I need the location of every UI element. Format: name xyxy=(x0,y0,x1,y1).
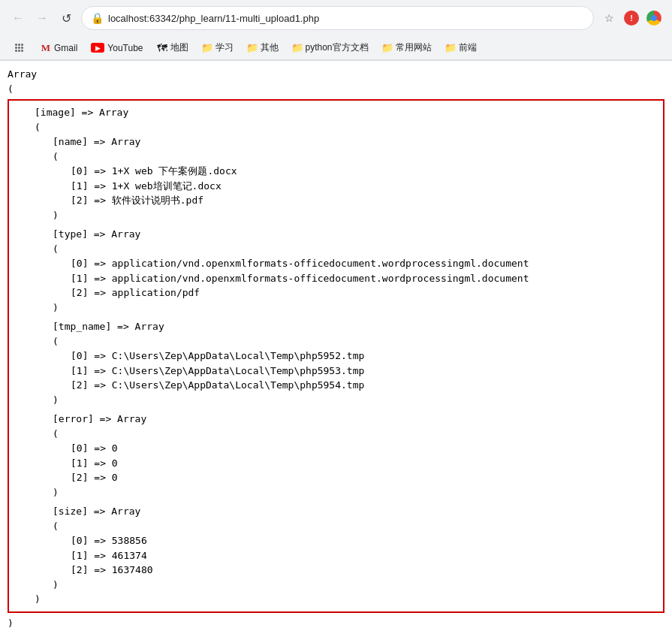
error-key: [error] => Array xyxy=(53,412,655,427)
error-open: ( xyxy=(53,427,655,442)
chrome-menu-button[interactable] xyxy=(643,8,664,29)
other-label: 其他 xyxy=(261,41,279,54)
maps-label: 地图 xyxy=(170,41,188,54)
page-content: Array ( [image] => Array ( [name] => Arr… xyxy=(0,61,672,636)
name-item-0: [0] => 1+X web 下午案例题.docx xyxy=(71,164,655,179)
bookmark-apps[interactable] xyxy=(8,41,33,56)
image-close: ) xyxy=(35,592,655,607)
tmpname-item-1: [1] => C:\Users\Zep\AppData\Local\Temp\p… xyxy=(71,364,655,379)
youtube-label: YouTube xyxy=(107,43,143,53)
bookmark-common[interactable]: 📁 常用网站 xyxy=(376,39,438,56)
bookmark-study[interactable]: 📁 学习 xyxy=(196,39,240,56)
image-array-container: [image] => Array ( [name] => Array ( [0]… xyxy=(8,99,664,613)
tmpname-close: ) xyxy=(53,393,655,408)
tmpname-open: ( xyxy=(53,334,655,349)
other-folder-icon: 📁 xyxy=(247,43,258,53)
type-item-1: [1] => application/vnd.openxmlformats-of… xyxy=(71,271,655,286)
image-open: ( xyxy=(35,120,655,135)
frontend-folder-icon: 📁 xyxy=(445,43,456,53)
name-key: [name] => Array xyxy=(53,134,655,149)
bookmark-maps[interactable]: 🗺 地图 xyxy=(151,39,194,56)
type-close: ) xyxy=(53,300,655,315)
maps-icon: 🗺 xyxy=(157,43,167,53)
root-array-close: ) xyxy=(8,616,664,631)
error-item-2: [2] => 0 xyxy=(71,470,655,485)
bookmark-youtube[interactable]: ▶ YouTube xyxy=(85,41,149,56)
image-key: [image] => Array xyxy=(35,105,655,120)
python-label: python官方文档 xyxy=(306,41,369,54)
youtube-icon: ▶ xyxy=(91,43,104,53)
name-open: ( xyxy=(53,149,655,165)
type-open: ( xyxy=(53,242,655,257)
extension-red-button[interactable]: ! xyxy=(621,8,642,29)
lock-icon: 🔒 xyxy=(91,12,104,24)
bookmark-other[interactable]: 📁 其他 xyxy=(241,39,285,56)
common-label: 常用网站 xyxy=(396,41,432,54)
extension-red-icon: ! xyxy=(624,11,639,26)
root-array-label: Array xyxy=(8,67,664,82)
chrome-icon xyxy=(646,11,661,26)
star-button[interactable]: ☆ xyxy=(598,8,619,29)
forward-button[interactable]: → xyxy=(32,8,53,29)
tmpname-item-2: [2] => C:\Users\Zep\AppData\Local\Temp\p… xyxy=(71,378,655,393)
study-label: 学习 xyxy=(215,41,234,54)
back-button[interactable]: ← xyxy=(8,8,29,29)
size-key: [size] => Array xyxy=(53,504,655,519)
nav-buttons: ← → ↺ xyxy=(8,8,77,29)
bookmarks-bar: M Gmail ▶ YouTube 🗺 地图 📁 学习 📁 其他 📁 pytho… xyxy=(0,36,672,60)
size-close: ) xyxy=(53,578,655,593)
name-close: ) xyxy=(53,208,655,223)
gmail-label: Gmail xyxy=(54,43,77,53)
browser-toolbar: ← → ↺ 🔒 ☆ ! xyxy=(0,0,672,36)
type-item-2: [2] => application/pdf xyxy=(71,285,655,300)
bookmark-python[interactable]: 📁 python官方文档 xyxy=(286,39,375,56)
frontend-label: 前端 xyxy=(459,41,477,54)
type-key: [type] => Array xyxy=(53,227,655,242)
apps-icon xyxy=(14,43,24,53)
study-folder-icon: 📁 xyxy=(202,43,212,53)
size-item-2: [2] => 1637480 xyxy=(71,563,655,578)
browser-chrome: ← → ↺ 🔒 ☆ ! xyxy=(0,0,672,61)
address-bar[interactable]: 🔒 xyxy=(81,6,594,30)
name-item-2: [2] => 软件设计说明书.pdf xyxy=(71,193,655,208)
common-folder-icon: 📁 xyxy=(382,43,393,53)
name-item-1: [1] => 1+X web培训笔记.docx xyxy=(71,179,655,194)
tmpname-key: [tmp_name] => Array xyxy=(53,319,655,334)
tmpname-item-0: [0] => C:\Users\Zep\AppData\Local\Temp\p… xyxy=(71,349,655,364)
refresh-button[interactable]: ↺ xyxy=(56,8,77,29)
size-item-1: [1] => 461374 xyxy=(71,548,655,563)
python-folder-icon: 📁 xyxy=(292,43,303,53)
size-item-0: [0] => 538856 xyxy=(71,533,655,548)
error-close: ) xyxy=(53,485,655,500)
gmail-icon: M xyxy=(41,43,51,53)
type-item-0: [0] => application/vnd.openxmlformats-of… xyxy=(71,256,655,271)
error-item-1: [1] => 0 xyxy=(71,456,655,471)
url-input[interactable] xyxy=(108,13,584,24)
size-open: ( xyxy=(53,519,655,534)
error-item-0: [0] => 0 xyxy=(71,441,655,456)
root-array-open: ( xyxy=(8,82,664,97)
toolbar-icons: ☆ ! xyxy=(598,8,664,29)
bookmark-gmail[interactable]: M Gmail xyxy=(35,41,83,56)
bookmark-frontend[interactable]: 📁 前端 xyxy=(439,39,483,56)
